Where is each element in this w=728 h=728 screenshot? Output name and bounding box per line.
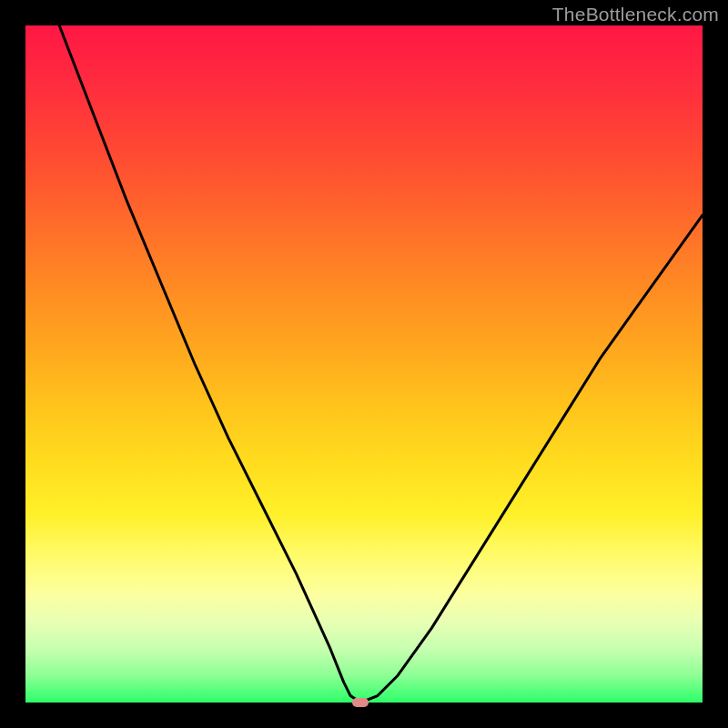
watermark-text: TheBottleneck.com [552,4,719,25]
plot-area [25,25,703,703]
optimal-marker [352,698,369,707]
chart-frame: TheBottleneck.com [0,0,728,728]
curve-path [59,25,703,703]
bottleneck-curve [25,25,703,703]
